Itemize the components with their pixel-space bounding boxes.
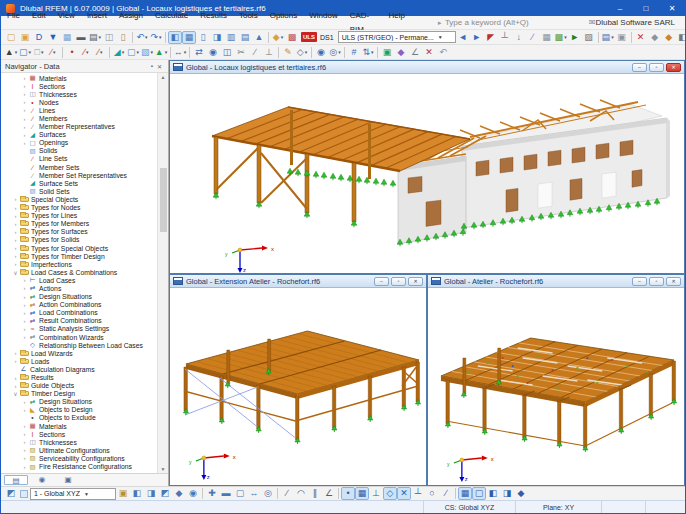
background-color-swatch[interactable] (20, 490, 28, 498)
collapse-arrow-icon[interactable]: ∨ (12, 269, 19, 276)
delete-results-icon[interactable]: ✕ (634, 31, 648, 44)
show-load-values-icon[interactable]: ↓ (512, 31, 526, 44)
design-situation-combo[interactable]: ULS (STR/GEO) - Permane... ▼ (338, 31, 456, 43)
model-check-icon[interactable]: ▩ (285, 31, 299, 44)
work-plane-icon[interactable]: ▢ (472, 487, 486, 500)
zoom-window-icon[interactable]: ▢ (233, 487, 247, 500)
expand-arrow-icon[interactable]: › (12, 383, 19, 389)
expand-arrow-icon[interactable]: › (12, 350, 19, 356)
divide-icon[interactable]: ∕ (248, 46, 262, 59)
plane-xy-icon[interactable]: ◧ (486, 487, 500, 500)
tree-item-line-sets[interactable]: ∕Line Sets (1, 155, 157, 163)
tree-item-types-for-special-objects[interactable]: ›Types for Special Objects (1, 244, 157, 252)
tree-item-member-set-representatives[interactable]: ∕Member Set Representatives (1, 171, 157, 179)
visibility-by-window-icon[interactable]: ◉ (314, 46, 328, 59)
expand-arrow-icon[interactable]: › (21, 464, 28, 470)
open-from-cloud-icon[interactable]: ▼ (46, 31, 60, 44)
expand-arrow-icon[interactable]: › (21, 285, 28, 291)
save-view-icon[interactable]: ▣ (116, 487, 130, 500)
tree-item-loads[interactable]: ›Loads (1, 357, 157, 365)
previous-load-case-icon[interactable]: ◄ (456, 31, 470, 44)
tree-item-action-combinations[interactable]: ›⇄Action Combinations (1, 301, 157, 309)
panel-toggle-icon[interactable]: ▯ (196, 31, 210, 44)
expand-arrow-icon[interactable]: › (12, 205, 19, 211)
expand-arrow-icon[interactable]: › (21, 439, 28, 445)
tree-item-calculation-diagrams[interactable]: ∠Calculation Diagrams (1, 365, 157, 373)
tree-item-results[interactable]: ›Results (1, 373, 157, 381)
tree-item-lines[interactable]: ›∕Lines (1, 106, 157, 114)
tree-item-load-wizards[interactable]: ›Load Wizards (1, 349, 157, 357)
tree-item-types-for-nodes[interactable]: ›Types for Nodes (1, 204, 157, 212)
expand-arrow-icon[interactable]: › (21, 455, 28, 461)
tree-item-member-representatives[interactable]: ›∕Member Representatives (1, 123, 157, 131)
expand-arrow-icon[interactable]: › (21, 294, 28, 300)
save-icon[interactable]: ▬ (74, 31, 88, 44)
tree-item-member-sets[interactable]: ∕Member Sets (1, 163, 157, 171)
keyword-search[interactable]: ► Type a keyword (Alt+Q) (437, 18, 529, 27)
dlubal-center-icon[interactable]: D (32, 31, 46, 44)
new-line-icon[interactable]: ∕▾ (79, 46, 93, 59)
pan-icon[interactable]: ↔ (247, 487, 261, 500)
measure-icon[interactable]: ∠ (408, 46, 422, 59)
expand-arrow-icon[interactable]: › (21, 116, 28, 122)
tree-item-guide-objects[interactable]: ›Guide Objects (1, 382, 157, 390)
expand-arrow-icon[interactable]: › (12, 237, 19, 243)
tree-item-types-for-surfaces[interactable]: ›Types for Surfaces (1, 228, 157, 236)
snap-node-icon[interactable]: • (341, 487, 355, 500)
undo-last-step-icon[interactable]: ↶ (436, 46, 450, 59)
snap-midpoint-icon[interactable]: ◇ (383, 487, 397, 500)
tree-item-sections[interactable]: ›ISections (1, 82, 157, 90)
model-canvas-left[interactable]: x z y (170, 288, 426, 485)
upload-to-cloud-icon[interactable]: ▲ (252, 31, 266, 44)
tree-item-types-for-solids[interactable]: ›Types for Solids (1, 236, 157, 244)
close-button[interactable]: ✕ (659, 1, 685, 16)
viewport-close-button[interactable]: ✕ (408, 277, 423, 286)
delete-icon[interactable]: ✕ (422, 46, 436, 59)
snap-perpendicular-icon[interactable]: ┴ (411, 487, 425, 500)
expand-arrow-icon[interactable]: › (12, 229, 19, 235)
tree-item-timber-design[interactable]: ∨Timber Design (1, 390, 157, 398)
expand-arrow-icon[interactable]: › (12, 196, 19, 202)
new-node-icon[interactable]: • (65, 46, 79, 59)
navigator-scrollbar[interactable]: ▲ ▼ (157, 73, 168, 473)
viewport-minimize-button[interactable]: – (374, 277, 389, 286)
mirror-icon[interactable]: ◫ (220, 46, 234, 59)
scroll-down-icon[interactable]: ▼ (161, 466, 166, 472)
show-supports-icon[interactable]: ┴ (498, 31, 512, 44)
viewport-restore-button[interactable]: ▫ (649, 277, 664, 286)
tree-item-special-objects[interactable]: ›Special Objects (1, 195, 157, 203)
show-imperfections-icon[interactable]: ∕ (526, 31, 540, 44)
insert-block-icon[interactable]: ▣ (380, 46, 394, 59)
open-model-icon[interactable]: ▣ (18, 31, 32, 44)
calculation-settings-icon[interactable]: ▨ (582, 31, 596, 44)
layout-toggle-icon[interactable]: ◨ (210, 31, 224, 44)
rotate-icon[interactable]: ◉ (206, 46, 220, 59)
minimize-button[interactable]: – (607, 1, 633, 16)
feedback-icon[interactable]: ✉ (589, 18, 596, 27)
print-graphic-icon[interactable]: ▤▾ (88, 31, 102, 44)
edit-select-icon[interactable]: ▲▾ (4, 46, 18, 59)
new-surface-icon[interactable]: ◢▾ (112, 46, 126, 59)
viewport-restore-button[interactable]: ▫ (391, 277, 406, 286)
model-canvas-main[interactable]: x z y (170, 74, 684, 273)
new-opening-icon[interactable]: ▢▾ (126, 46, 140, 59)
tree-item-thicknesses[interactable]: ›◫Thicknesses (1, 90, 157, 98)
tree-item-types-for-timber-design[interactable]: ›Types for Timber Design (1, 252, 157, 260)
tree-item-openings[interactable]: ›▢Openings (1, 139, 157, 147)
parametrize-icon[interactable]: ◆ (394, 46, 408, 59)
visibility-batch-icon[interactable]: ◎▾ (328, 46, 342, 59)
viewport-close-button[interactable]: ✕ (666, 277, 681, 286)
grid-toggle-icon[interactable]: ▦ (458, 487, 472, 500)
renumber-icon[interactable]: ⇅▾ (361, 46, 375, 59)
tree-item-surfaces[interactable]: ›◢Surfaces (1, 131, 157, 139)
expand-arrow-icon[interactable]: › (21, 107, 28, 113)
rendered-display-icon[interactable]: ◆ (662, 31, 676, 44)
snap-grid-icon[interactable]: ▦ (355, 487, 369, 500)
scroll-up-icon[interactable]: ▲ (161, 74, 166, 80)
solid-display-icon[interactable]: ◆ (648, 31, 662, 44)
expand-arrow-icon[interactable]: › (21, 310, 28, 316)
draw-arc-icon[interactable]: ◠ (294, 487, 308, 500)
tree-item-combination-wizards[interactable]: ›⇄Combination Wizards (1, 333, 157, 341)
manage-views-icon[interactable]: ▤ (238, 31, 252, 44)
tables-panel-icon[interactable]: ▦ (182, 31, 196, 44)
